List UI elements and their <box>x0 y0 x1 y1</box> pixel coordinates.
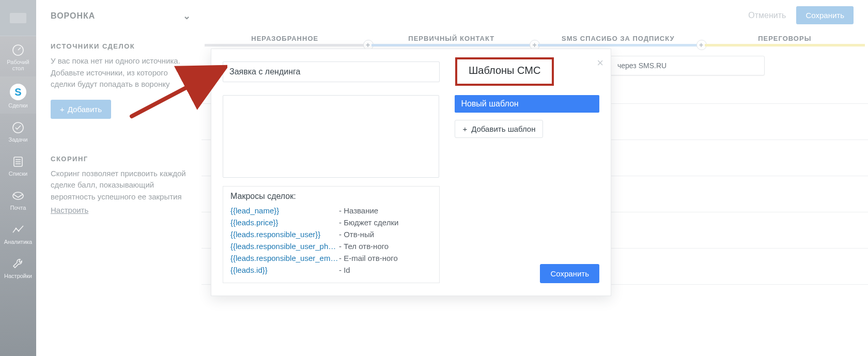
templates-header: Шаблоны СМС <box>463 61 546 80</box>
cancel-button[interactable]: Отменить <box>748 11 786 20</box>
macro-row: {{leads.responsible_user_ema…- E-mail от… <box>230 254 432 262</box>
nav-settings[interactable]: Настройки <box>0 250 36 284</box>
nav-analytics[interactable]: Аналитика <box>0 216 36 250</box>
macro-desc: - Бюджет сделки <box>339 218 398 227</box>
plus-icon: + <box>60 105 65 114</box>
save-top-button[interactable]: Сохранить <box>796 6 854 24</box>
sources-text: У вас пока нет ни одного источника. Доба… <box>51 55 190 90</box>
macro-row: {{leads.price}}- Бюджет сделки <box>230 218 432 227</box>
nav-label: Задачи <box>0 136 36 143</box>
main-area: Отменить Сохранить НЕРАЗОБРАННОЕ + ПЕРВИ… <box>202 0 868 356</box>
svg-point-5 <box>16 228 17 229</box>
chart-line-icon <box>11 223 25 237</box>
close-icon[interactable]: × <box>597 56 603 70</box>
svg-point-6 <box>18 230 20 232</box>
scoring-configure-link[interactable]: Настроить <box>51 206 88 214</box>
chevron-down-icon: ⌄ <box>183 10 191 22</box>
left-nav: Рабочийстол S Сделки Задачи Списки Почта… <box>0 0 36 356</box>
nav-deals[interactable]: S Сделки <box>0 76 36 114</box>
macro-row: {{leads.responsible_user_pho…- Тел отв-н… <box>230 242 432 251</box>
wrench-icon <box>11 257 25 271</box>
add-source-label: Добавить <box>68 105 102 114</box>
automation-via: через SMS.RU <box>617 61 667 70</box>
nav-tasks[interactable]: Задачи <box>0 114 36 148</box>
workspace-thumb <box>0 0 36 36</box>
scoring-title: СКОРИНГ <box>51 155 191 163</box>
macro-row: {{leads.id}}- Id <box>230 266 432 274</box>
check-circle-icon <box>11 121 25 134</box>
list-icon <box>11 155 25 168</box>
topbar: Отменить Сохранить <box>202 0 868 31</box>
templates-header-callout: Шаблоны СМС <box>455 57 554 86</box>
add-source-button[interactable]: + Добавить <box>51 100 111 119</box>
macro-desc: - Название <box>339 206 378 215</box>
stage-label: SMS СПАСИБО ЗА ПОДПИСКУ <box>562 35 675 42</box>
macro-row: {{lead_name}}- Название <box>230 206 432 215</box>
nav-label: Списки <box>0 171 36 177</box>
macro-key[interactable]: {{lead_name}} <box>230 206 339 215</box>
macros-panel: Макросы сделок: {{lead_name}}- Название{… <box>223 186 440 283</box>
stage-label: НЕРАЗОБРАННОЕ <box>251 35 318 42</box>
stage-label: ПЕРВИЧНЫЙ КОНТАКТ <box>408 35 494 42</box>
stage-first-contact[interactable]: ПЕРВИЧНЫЙ КОНТАКТ + <box>368 35 535 47</box>
macro-key[interactable]: {{leads.responsible_user_pho… <box>230 242 339 251</box>
add-template-label: Добавить шаблон <box>471 125 535 133</box>
macro-desc: - Id <box>339 266 350 274</box>
nav-mail[interactable]: Почта <box>0 182 36 216</box>
nav-label: Аналитика <box>0 239 36 245</box>
stage-unsorted[interactable]: НЕРАЗОБРАННОЕ + <box>202 35 368 47</box>
svg-rect-0 <box>10 13 26 23</box>
stage-sms-thanks[interactable]: SMS СПАСИБО ЗА ПОДПИСКУ + <box>535 35 702 47</box>
modal-save-button[interactable]: Сохранить <box>540 264 599 283</box>
sources-title: ИСТОЧНИКИ СДЕЛОК <box>51 42 191 50</box>
svg-point-4 <box>13 192 23 199</box>
macro-key[interactable]: {{leads.responsible_user_ema… <box>230 254 339 262</box>
nav-label: Сделки <box>0 102 36 109</box>
templates-list: Новый шаблон + Добавить шаблон <box>455 95 599 178</box>
macros-title: Макросы сделок: <box>230 192 432 201</box>
stage-negotiations[interactable]: ПЕРЕГОВОРЫ <box>702 35 869 47</box>
macro-desc: - Тел отв-ного <box>339 242 389 251</box>
workspace-icon <box>8 8 28 28</box>
nav-desktop[interactable]: Рабочийстол <box>0 36 36 76</box>
nav-lists[interactable]: Списки <box>0 148 36 182</box>
add-template-button[interactable]: + Добавить шаблон <box>455 120 543 138</box>
funnel-header[interactable]: ВОРОНКА ⌄ <box>51 10 191 22</box>
plus-icon: + <box>462 125 467 133</box>
macro-row: {{leads.responsible_user}}- Отв-ный <box>230 230 432 239</box>
pipeline-body: через SMS.RU × Шаблоны СМС Новый шаблон <box>202 47 868 356</box>
template-body-textarea[interactable] <box>223 95 439 178</box>
funnel-panel: ВОРОНКА ⌄ ИСТОЧНИКИ СДЕЛОК У вас пока не… <box>36 0 202 356</box>
scoring-text: Скоринг позволяет присвоить каждой сделк… <box>51 168 190 203</box>
funnel-title: ВОРОНКА <box>51 11 95 21</box>
macro-desc: - Отв-ный <box>339 230 374 239</box>
stage-label: ПЕРЕГОВОРЫ <box>758 35 811 42</box>
automation-card[interactable]: через SMS.RU <box>610 56 765 75</box>
mail-icon <box>11 189 25 203</box>
deals-icon: S <box>10 84 26 100</box>
template-item-selected[interactable]: Новый шаблон <box>455 95 599 113</box>
macro-key[interactable]: {{leads.id}} <box>230 266 339 274</box>
sms-template-modal: × Шаблоны СМС Новый шаблон + Добавить ша… <box>211 49 611 296</box>
macro-key[interactable]: {{leads.responsible_user}} <box>230 230 339 239</box>
nav-label: Почта <box>0 205 36 211</box>
macro-key[interactable]: {{leads.price}} <box>230 218 339 227</box>
macro-desc: - E-mail отв-ного <box>339 254 398 262</box>
nav-label: Рабочийстол <box>0 59 36 71</box>
pipeline-stages: НЕРАЗОБРАННОЕ + ПЕРВИЧНЫЙ КОНТАКТ + SMS … <box>202 31 868 47</box>
template-name-input[interactable] <box>223 61 440 82</box>
gauge-icon <box>11 43 25 57</box>
nav-label: Настройки <box>0 273 36 279</box>
